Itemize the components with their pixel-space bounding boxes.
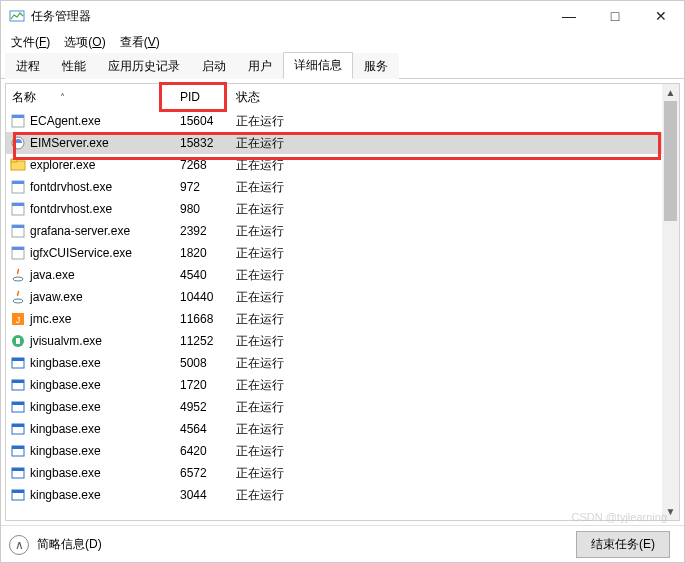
process-icon <box>10 245 26 261</box>
column-pid[interactable]: PID <box>174 84 230 110</box>
maximize-button[interactable]: □ <box>592 1 638 31</box>
table-row[interactable]: igfxCUIService.exe1820正在运行 <box>6 242 679 264</box>
process-icon <box>10 223 26 239</box>
process-name: fontdrvhost.exe <box>30 202 112 216</box>
process-icon <box>10 135 26 151</box>
process-icon <box>10 113 26 129</box>
svg-text:J: J <box>16 315 21 325</box>
table-row[interactable]: kingbase.exe5008正在运行 <box>6 352 679 374</box>
process-name: kingbase.exe <box>30 444 101 458</box>
column-pid-label: PID <box>180 90 200 104</box>
tab[interactable]: 性能 <box>51 53 97 79</box>
svg-rect-13 <box>12 247 24 250</box>
cell-status: 正在运行 <box>230 333 679 350</box>
tab[interactable]: 详细信息 <box>283 52 353 79</box>
cell-status: 正在运行 <box>230 289 679 306</box>
cell-status: 正在运行 <box>230 487 679 504</box>
process-name: kingbase.exe <box>30 400 101 414</box>
cell-name: fontdrvhost.exe <box>6 179 174 195</box>
cell-name: kingbase.exe <box>6 355 174 371</box>
tab[interactable]: 应用历史记录 <box>97 53 191 79</box>
table-row[interactable]: fontdrvhost.exe980正在运行 <box>6 198 679 220</box>
cell-status: 正在运行 <box>230 179 679 196</box>
cell-pid: 11668 <box>174 312 230 326</box>
cell-pid: 5008 <box>174 356 230 370</box>
close-button[interactable]: ✕ <box>638 1 684 31</box>
svg-point-15 <box>13 299 23 303</box>
menu-item[interactable]: 文件(F) <box>5 32 56 53</box>
cell-status: 正在运行 <box>230 135 679 152</box>
table-row[interactable]: EIMServer.exe15832正在运行 <box>6 132 679 154</box>
cell-status: 正在运行 <box>230 399 679 416</box>
svg-rect-31 <box>12 468 24 471</box>
table-row[interactable]: java.exe4540正在运行 <box>6 264 679 286</box>
cell-name: Jjmc.exe <box>6 311 174 327</box>
table-row[interactable]: fontdrvhost.exe972正在运行 <box>6 176 679 198</box>
process-name: java.exe <box>30 268 75 282</box>
cell-pid: 4952 <box>174 400 230 414</box>
process-name: jvisualvm.exe <box>30 334 102 348</box>
svg-rect-21 <box>12 358 24 361</box>
cell-name: ECAgent.exe <box>6 113 174 129</box>
svg-rect-25 <box>12 402 24 405</box>
cell-status: 正在运行 <box>230 223 679 240</box>
cell-status: 正在运行 <box>230 465 679 482</box>
process-name: ECAgent.exe <box>30 114 101 128</box>
window-title: 任务管理器 <box>31 8 546 25</box>
tab[interactable]: 用户 <box>237 53 283 79</box>
table-row[interactable]: kingbase.exe6420正在运行 <box>6 440 679 462</box>
cell-pid: 4564 <box>174 422 230 436</box>
scroll-thumb[interactable] <box>664 101 677 221</box>
cell-status: 正在运行 <box>230 377 679 394</box>
menu-bar: 文件(F)选项(O)查看(V) <box>1 31 684 53</box>
process-name: igfxCUIService.exe <box>30 246 132 260</box>
scroll-down-icon[interactable]: ▼ <box>662 503 679 520</box>
cell-name: fontdrvhost.exe <box>6 201 174 217</box>
scroll-up-icon[interactable]: ▲ <box>662 84 679 101</box>
svg-rect-29 <box>12 446 24 449</box>
table-row[interactable]: javaw.exe10440正在运行 <box>6 286 679 308</box>
cell-status: 正在运行 <box>230 421 679 438</box>
cell-status: 正在运行 <box>230 157 679 174</box>
process-name: javaw.exe <box>30 290 83 304</box>
cell-pid: 11252 <box>174 334 230 348</box>
cell-name: grafana-server.exe <box>6 223 174 239</box>
column-status[interactable]: 状态 <box>230 84 679 110</box>
tab[interactable]: 启动 <box>191 53 237 79</box>
tab-strip: 进程性能应用历史记录启动用户详细信息服务 <box>1 53 684 79</box>
column-name[interactable]: 名称 ˄ <box>6 84 174 110</box>
table-row[interactable]: explorer.exe7268正在运行 <box>6 154 679 176</box>
table-row[interactable]: kingbase.exe1720正在运行 <box>6 374 679 396</box>
process-name: explorer.exe <box>30 158 95 172</box>
table-row[interactable]: kingbase.exe4564正在运行 <box>6 418 679 440</box>
menu-item[interactable]: 查看(V) <box>114 32 166 53</box>
cell-pid: 980 <box>174 202 230 216</box>
table-row[interactable]: grafana-server.exe2392正在运行 <box>6 220 679 242</box>
tab[interactable]: 进程 <box>5 53 51 79</box>
process-icon <box>10 201 26 217</box>
svg-rect-2 <box>12 115 24 118</box>
cell-status: 正在运行 <box>230 201 679 218</box>
table-row[interactable]: Jjmc.exe11668正在运行 <box>6 308 679 330</box>
process-name: EIMServer.exe <box>30 136 109 150</box>
table-row[interactable]: kingbase.exe6572正在运行 <box>6 462 679 484</box>
table-row[interactable]: kingbase.exe3044正在运行 <box>6 484 679 506</box>
table-row[interactable]: ECAgent.exe15604正在运行 <box>6 110 679 132</box>
svg-rect-27 <box>12 424 24 427</box>
tab[interactable]: 服务 <box>353 53 399 79</box>
cell-name: javaw.exe <box>6 289 174 305</box>
vertical-scrollbar[interactable]: ▲ ▼ <box>662 84 679 520</box>
fewer-details-icon[interactable]: ∧ <box>9 535 29 555</box>
process-icon <box>10 267 26 283</box>
table-row[interactable]: jvisualvm.exe11252正在运行 <box>6 330 679 352</box>
cell-pid: 15832 <box>174 136 230 150</box>
menu-item[interactable]: 选项(O) <box>58 32 111 53</box>
process-icon: J <box>10 311 26 327</box>
process-icon <box>10 421 26 437</box>
fewer-details-link[interactable]: 简略信息(D) <box>37 536 102 553</box>
end-task-button[interactable]: 结束任务(E) <box>576 531 670 558</box>
minimize-button[interactable]: — <box>546 1 592 31</box>
cell-pid: 7268 <box>174 158 230 172</box>
table-row[interactable]: kingbase.exe4952正在运行 <box>6 396 679 418</box>
svg-rect-5 <box>11 159 17 162</box>
